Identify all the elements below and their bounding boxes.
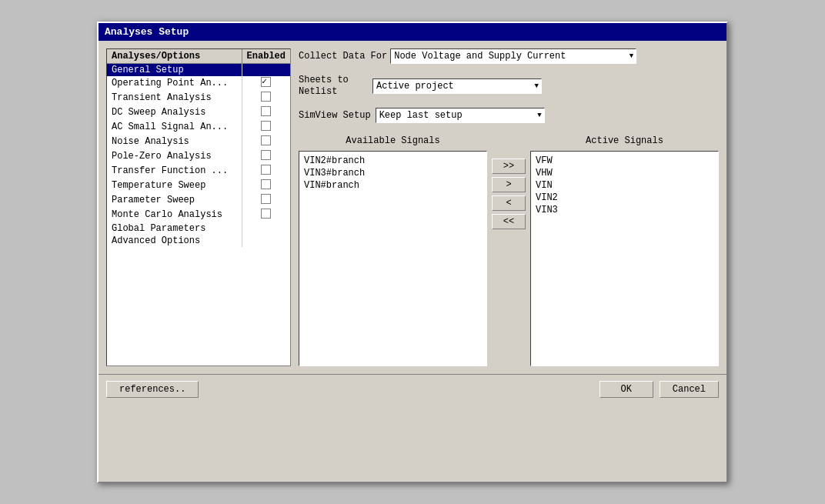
list-item[interactable]: VIN2#branch xyxy=(302,155,483,167)
enabled-checkbox[interactable] xyxy=(261,194,271,204)
analysis-name: Transient Analysis xyxy=(107,91,242,105)
list-item[interactable]: VIN#branch xyxy=(302,179,483,192)
footer-right: OK Cancel xyxy=(600,381,719,398)
active-signals-list[interactable]: VFWVHWVINVIN2VIN3 xyxy=(530,151,719,366)
analysis-name: Advanced Options xyxy=(107,235,242,247)
table-row[interactable]: Parameter Sweep xyxy=(107,193,290,208)
enabled-checkbox[interactable] xyxy=(261,106,271,116)
active-signals-section: Active Signals VFWVHWVINVIN2VIN3 xyxy=(530,135,719,366)
collect-data-row: Collect Data For Node Voltage and Supply… xyxy=(299,48,719,64)
available-signals-section: Available Signals VIN2#branchVIN3#branch… xyxy=(299,135,487,366)
sheets-select[interactable]: Active project All sheets Current sheet xyxy=(372,78,542,94)
table-row[interactable]: Operating Point An... xyxy=(107,76,290,91)
collect-data-select[interactable]: Node Voltage and Supply Current Node Vol… xyxy=(390,48,636,64)
analysis-name: DC Sweep Analysis xyxy=(107,105,242,120)
table-row[interactable]: DC Sweep Analysis xyxy=(107,105,290,120)
sheets-to-netlist-label: Sheets toNetlist xyxy=(299,75,368,98)
dialog-body: Analyses/Options Enabled General SetupOp… xyxy=(99,41,726,374)
simview-row: SimView Setup Keep last setup Show activ… xyxy=(299,108,719,123)
active-signals-label: Active Signals xyxy=(586,135,663,146)
add-one-button[interactable]: > xyxy=(492,177,526,192)
analysis-name: Global Parameters xyxy=(107,222,242,235)
cancel-button[interactable]: Cancel xyxy=(660,381,719,398)
ok-button[interactable]: OK xyxy=(600,381,653,398)
signals-area: Available Signals VIN2#branchVIN3#branch… xyxy=(299,135,719,366)
analysis-name: General Setup xyxy=(107,63,242,76)
enabled-cell xyxy=(242,149,290,164)
enabled-cell xyxy=(242,179,290,193)
available-signals-list[interactable]: VIN2#branchVIN3#branchVIN#branch xyxy=(299,151,487,366)
list-item[interactable]: VIN xyxy=(534,179,715,192)
analyses-table: Analyses/Options Enabled General SetupOp… xyxy=(107,49,290,247)
list-item[interactable]: VHW xyxy=(534,167,715,179)
enabled-cell xyxy=(242,63,290,76)
remove-one-button[interactable]: < xyxy=(492,195,526,211)
enabled-checkbox[interactable] xyxy=(261,150,271,160)
analysis-name: Transfer Function ... xyxy=(107,164,242,179)
table-row[interactable]: Transient Analysis xyxy=(107,91,290,105)
simview-select-wrapper: Keep last setup Show active signals Show… xyxy=(376,108,545,123)
enabled-checkbox[interactable] xyxy=(261,165,271,175)
analyses-setup-dialog: Analyses Setup Analyses/Options Enabled … xyxy=(97,22,728,483)
enabled-cell xyxy=(242,105,290,120)
simview-select[interactable]: Keep last setup Show active signals Show… xyxy=(376,108,545,123)
list-item[interactable]: VIN3#branch xyxy=(302,167,483,179)
table-row[interactable]: General Setup xyxy=(107,63,290,76)
list-item[interactable]: VIN2 xyxy=(534,192,715,204)
footer-left: references.. xyxy=(106,381,199,398)
table-row[interactable]: AC Small Signal An... xyxy=(107,120,290,135)
right-panel: Collect Data For Node Voltage and Supply… xyxy=(299,48,719,366)
analysis-name: Parameter Sweep xyxy=(107,193,242,208)
analysis-name: Operating Point An... xyxy=(107,76,242,91)
enabled-cell xyxy=(242,91,290,105)
enabled-cell xyxy=(242,164,290,179)
enabled-checkbox[interactable] xyxy=(261,121,271,131)
collect-data-select-wrapper: Node Voltage and Supply Current Node Vol… xyxy=(390,48,636,64)
table-row[interactable]: Noise Analysis xyxy=(107,135,290,149)
col-header-analyses: Analyses/Options xyxy=(107,49,242,64)
transfer-buttons: >> > < << xyxy=(492,135,526,229)
table-row[interactable]: Advanced Options xyxy=(107,235,290,247)
enabled-cell xyxy=(242,76,290,91)
table-row[interactable]: Global Parameters xyxy=(107,222,290,235)
enabled-cell xyxy=(242,208,290,222)
enabled-checkbox[interactable] xyxy=(261,209,271,219)
collect-data-label: Collect Data For xyxy=(299,51,387,62)
list-item[interactable]: VFW xyxy=(534,155,715,167)
col-header-enabled: Enabled xyxy=(242,49,290,64)
enabled-cell xyxy=(242,120,290,135)
enabled-checkbox[interactable] xyxy=(261,77,271,87)
table-row[interactable]: Transfer Function ... xyxy=(107,164,290,179)
footer: references.. OK Cancel xyxy=(99,374,726,404)
enabled-cell xyxy=(242,135,290,149)
list-item[interactable]: VIN3 xyxy=(534,204,715,216)
enabled-cell xyxy=(242,235,290,247)
enabled-checkbox[interactable] xyxy=(261,179,271,189)
analysis-name: Pole-Zero Analysis xyxy=(107,149,242,164)
dialog-title: Analyses Setup xyxy=(105,26,189,38)
enabled-checkbox[interactable] xyxy=(261,92,271,102)
add-all-button[interactable]: >> xyxy=(492,159,526,174)
analysis-name: Noise Analysis xyxy=(107,135,242,149)
available-signals-label: Available Signals xyxy=(346,135,439,146)
references-button[interactable]: references.. xyxy=(106,381,199,398)
remove-all-button[interactable]: << xyxy=(492,214,526,229)
left-panel: Analyses/Options Enabled General SetupOp… xyxy=(106,48,291,366)
title-bar: Analyses Setup xyxy=(99,23,726,41)
analysis-name: AC Small Signal An... xyxy=(107,120,242,135)
table-row[interactable]: Monte Carlo Analysis xyxy=(107,208,290,222)
enabled-checkbox[interactable] xyxy=(261,135,271,145)
sheets-select-wrapper: Active project All sheets Current sheet xyxy=(372,78,542,94)
enabled-cell xyxy=(242,222,290,235)
analysis-name: Monte Carlo Analysis xyxy=(107,208,242,222)
analysis-name: Temperature Sweep xyxy=(107,179,242,193)
simview-label: SimView Setup xyxy=(299,110,371,121)
table-row[interactable]: Pole-Zero Analysis xyxy=(107,149,290,164)
enabled-cell xyxy=(242,193,290,208)
sheets-to-netlist-row: Sheets toNetlist Active project All shee… xyxy=(299,75,719,98)
table-row[interactable]: Temperature Sweep xyxy=(107,179,290,193)
